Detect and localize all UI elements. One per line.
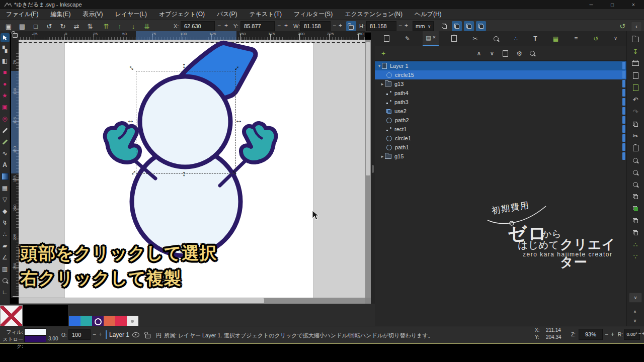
dropper-tool[interactable]: ▽: [1, 195, 10, 204]
horizontal-scrollbar[interactable]: [19, 298, 365, 304]
palette-scroll-up-icon[interactable]: ∧: [630, 308, 640, 316]
paste-icon[interactable]: [631, 144, 640, 152]
objects-row-path1[interactable]: path1: [375, 143, 626, 152]
text-tool[interactable]: A: [1, 160, 10, 169]
cut-icon[interactable]: ✂: [631, 132, 640, 140]
tab-objects[interactable]: ▤✕: [423, 31, 439, 46]
opacity-plus[interactable]: +: [99, 331, 102, 338]
copy-style-icon[interactable]: [631, 71, 640, 80]
menu-view[interactable]: 表示(V): [83, 10, 103, 19]
highlight-chip[interactable]: [622, 116, 625, 124]
y-minus[interactable]: −: [277, 22, 281, 29]
pages-tool[interactable]: ▥: [1, 264, 10, 274]
opacity-minus[interactable]: −: [93, 331, 96, 338]
tab-text[interactable]: T: [530, 31, 540, 46]
lock-ratio-button[interactable]: [346, 21, 356, 31]
scale-stroke-toggle[interactable]: [440, 22, 449, 30]
swatch-black-1[interactable]: [23, 305, 45, 327]
close-button[interactable]: ×: [623, 0, 644, 9]
highlight-chip[interactable]: [622, 98, 625, 106]
highlight-chip[interactable]: [622, 62, 625, 69]
zoom-tool[interactable]: [1, 276, 10, 285]
copy-icon[interactable]: [631, 120, 640, 128]
unlink-clone-icon[interactable]: [631, 228, 640, 237]
highlight-chip[interactable]: [622, 107, 625, 115]
objects-row-g15[interactable]: ▸ g15: [375, 152, 626, 161]
h-plus[interactable]: +: [405, 22, 408, 29]
connector-tool[interactable]: ∠: [1, 253, 10, 262]
tab-swatches[interactable]: [448, 31, 460, 46]
vertical-scrollbar-thumb[interactable]: [366, 42, 370, 175]
duplicate-icon[interactable]: [631, 204, 640, 213]
import-icon[interactable]: ↧: [631, 47, 640, 56]
menu-help[interactable]: ヘルプ(H): [415, 10, 442, 19]
highlight-chip[interactable]: [622, 134, 625, 142]
paint-bucket-tool[interactable]: ◆: [1, 207, 10, 216]
tab-overflow-chevron[interactable]: ∨: [611, 31, 620, 46]
tab-align[interactable]: ≡: [571, 31, 581, 46]
select-all-icon[interactable]: ▣: [3, 22, 14, 31]
rotate-ccw-icon[interactable]: ↺: [44, 22, 55, 31]
objects-row-layer1[interactable]: ▾ Layer 1: [375, 61, 626, 70]
menu-layer[interactable]: レイヤー(L): [115, 10, 147, 19]
tab-spray[interactable]: ∴: [511, 31, 521, 46]
tab-fill-stroke[interactable]: ✎: [402, 31, 413, 46]
current-layer[interactable]: Layer 1: [109, 331, 129, 338]
menu-path[interactable]: パス(P): [217, 10, 237, 19]
mesh-tool[interactable]: ▦: [1, 184, 10, 193]
vertical-scrollbar[interactable]: [365, 40, 371, 298]
scale-handle-w[interactable]: ↔: [127, 116, 134, 124]
create-clone-icon[interactable]: [631, 216, 640, 225]
ungroup-icon[interactable]: ∵: [631, 252, 640, 261]
raise-to-top-icon[interactable]: ⇈: [101, 22, 112, 31]
y-plus[interactable]: +: [284, 22, 288, 29]
rotate-cw-icon[interactable]: ↻: [57, 22, 68, 31]
scale-handle-e[interactable]: ↔: [235, 116, 243, 124]
minimize-button[interactable]: ─: [581, 0, 602, 9]
pencil-tool[interactable]: [1, 126, 10, 135]
menu-edit[interactable]: 編集(E): [50, 10, 70, 19]
canvas[interactable]: ↔ ↔ ↔ ↔ ↕ ↕ ↔ ↔ 頭部をクリックして選択 右クリックして複製: [19, 40, 365, 298]
highlight-chip[interactable]: [622, 89, 625, 97]
deselect-icon[interactable]: □: [30, 22, 41, 31]
tab-extensions[interactable]: ▦: [550, 31, 561, 46]
ruler-vertical[interactable]: 75 100 125 150 175 200 225 250: [11, 40, 19, 298]
scale-handle-n[interactable]: ↕: [182, 61, 186, 69]
rotation-minus[interactable]: −: [638, 331, 641, 336]
w-minus[interactable]: −: [333, 22, 336, 29]
zoom-center-page-icon[interactable]: [631, 192, 640, 201]
highlight-chip[interactable]: [622, 152, 625, 160]
ruler-horizontal[interactable]: -25 0 25 50 75 100 125 150 175 200 225 2…: [19, 31, 365, 40]
x-input[interactable]: 62.630: [181, 21, 215, 31]
print-icon[interactable]: [631, 59, 640, 68]
rectangle-tool[interactable]: ■: [1, 68, 10, 77]
zoom-input[interactable]: 93%: [579, 329, 603, 340]
flip-vertical-icon[interactable]: ⇅: [85, 22, 96, 31]
spiral-tool[interactable]: ◎: [1, 114, 10, 123]
highlight-chip[interactable]: [622, 80, 625, 87]
objects-row-path3[interactable]: path3: [375, 98, 626, 107]
ellipse-tool[interactable]: ●: [1, 79, 10, 88]
h-input[interactable]: 81.158: [366, 21, 396, 31]
objects-row-g13[interactable]: ▸ g13: [375, 79, 626, 88]
tab-path-effects[interactable]: ✂: [469, 31, 480, 46]
objects-row-circle1[interactable]: circle1: [375, 134, 626, 143]
pen-tool[interactable]: [1, 137, 10, 146]
scale-corners-toggle[interactable]: [452, 21, 462, 31]
lower-to-bottom-icon[interactable]: ⇊: [141, 22, 152, 31]
select-all-layers-icon[interactable]: ▤: [17, 22, 28, 31]
stroke-width-value[interactable]: 3.00: [48, 336, 58, 341]
unit-dropdown[interactable]: mm∨: [413, 21, 434, 31]
snap-reset-icon[interactable]: ↺: [618, 22, 627, 31]
flip-horizontal-icon[interactable]: ⇄: [71, 22, 82, 31]
group-icon[interactable]: ∴: [631, 240, 640, 249]
raise-icon[interactable]: ↑: [114, 22, 125, 31]
x-plus[interactable]: +: [224, 22, 228, 29]
menu-object[interactable]: オブジェクト(O): [159, 10, 205, 19]
ruler-lock-icon[interactable]: [11, 31, 19, 40]
y-input[interactable]: 85.877: [240, 21, 275, 31]
scale-gradient-toggle[interactable]: [464, 21, 474, 31]
fill-swatch[interactable]: [24, 328, 46, 335]
objects-row-path4[interactable]: path4: [375, 88, 626, 98]
zoom-page-icon[interactable]: [631, 180, 640, 189]
